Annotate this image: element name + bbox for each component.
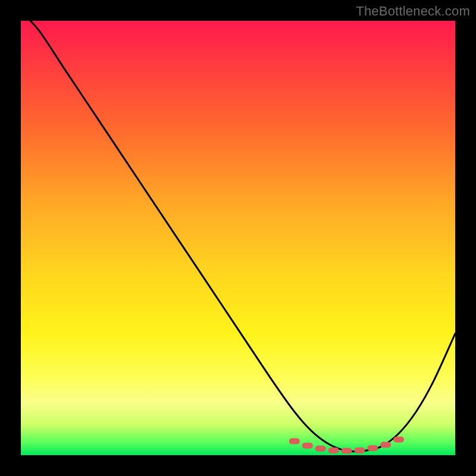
bottleneck-curve [21, 12, 455, 451]
optimal-marker [393, 437, 404, 443]
optimal-marker [328, 447, 339, 453]
optimal-marker [342, 448, 352, 454]
optimal-marker [302, 443, 313, 449]
optimal-range-markers [289, 437, 404, 454]
optimal-marker [367, 445, 378, 451]
curve-layer [21, 21, 455, 455]
watermark-text: TheBottleneck.com [356, 4, 470, 19]
optimal-marker [380, 442, 391, 448]
optimal-marker [315, 446, 326, 452]
optimal-marker [289, 439, 300, 444]
chart-frame: TheBottleneck.com [0, 0, 476, 476]
plot-area [21, 21, 455, 455]
optimal-marker [354, 447, 365, 453]
